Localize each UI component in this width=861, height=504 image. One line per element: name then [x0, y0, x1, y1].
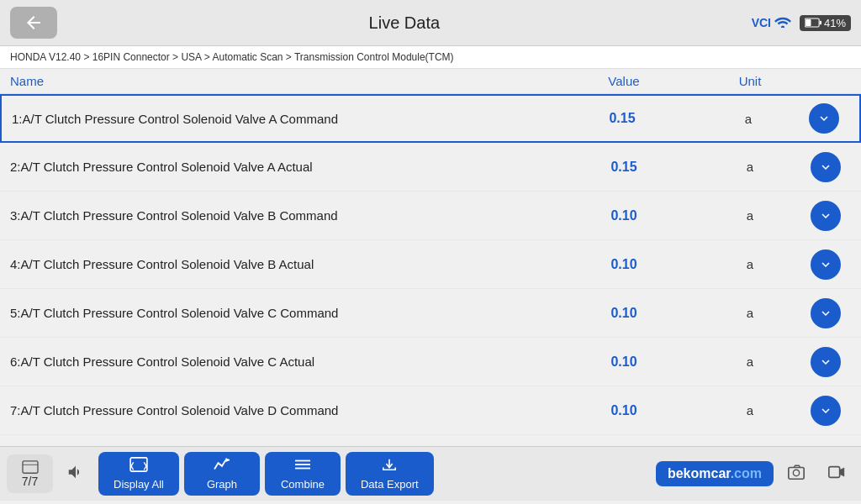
table-row[interactable]: 4:A/T Clutch Pressure Control Solenoid V… — [0, 240, 861, 289]
row-unit: a — [698, 112, 799, 126]
col-unit-header: Unit — [700, 74, 800, 88]
row-value: 0.10 — [548, 208, 700, 223]
row-unit: a — [700, 306, 800, 320]
table-row[interactable]: 3:A/T Clutch Pressure Control Solenoid V… — [0, 192, 861, 240]
battery-indicator: 41% — [800, 15, 851, 31]
combine-button[interactable]: Combine — [265, 452, 341, 496]
table-row[interactable]: 1:A/T Clutch Pressure Control Solenoid V… — [0, 94, 861, 143]
chevron-down-icon[interactable] — [811, 347, 841, 377]
footer-end-icons — [779, 458, 854, 491]
graph-button[interactable]: Graph — [184, 452, 260, 496]
row-name: 4:A/T Clutch Pressure Control Solenoid V… — [10, 257, 548, 271]
vci-status: VCI — [752, 14, 791, 31]
row-unit: a — [700, 208, 800, 223]
chevron-down-icon[interactable] — [811, 201, 841, 231]
brand-suffix: .com — [731, 466, 762, 480]
row-name: 1:A/T Clutch Pressure Control Solenoid V… — [12, 112, 547, 126]
row-action — [800, 298, 851, 328]
combine-icon — [293, 457, 312, 476]
wifi-icon — [774, 14, 791, 31]
row-unit: a — [700, 403, 800, 417]
combine-label: Combine — [281, 478, 325, 491]
row-name: 3:A/T Clutch Pressure Control Solenoid V… — [10, 208, 548, 223]
row-name: 5:A/T Clutch Pressure Control Solenoid V… — [10, 306, 548, 320]
svg-marker-15 — [840, 467, 845, 476]
vci-label: VCI — [752, 16, 771, 29]
svg-rect-2 — [820, 21, 821, 24]
svg-rect-3 — [806, 19, 811, 26]
row-value: 0.15 — [547, 111, 698, 126]
row-unit: a — [700, 160, 800, 174]
svg-point-0 — [781, 25, 784, 28]
table-row[interactable]: 6:A/T Clutch Pressure Control Solenoid V… — [0, 338, 861, 386]
back-button[interactable] — [10, 7, 57, 39]
table-header: Name Value Unit — [0, 69, 861, 94]
data-export-label: Data Export — [361, 478, 419, 491]
svg-rect-14 — [829, 466, 840, 477]
page-count: 7/7 — [22, 475, 38, 488]
table-body: 1:A/T Clutch Pressure Control Solenoid V… — [0, 94, 861, 435]
table-row[interactable]: 5:A/T Clutch Pressure Control Solenoid V… — [0, 289, 861, 338]
row-action — [799, 103, 849, 134]
row-action — [800, 347, 851, 377]
live-data-table: Name Value Unit 1:A/T Clutch Pressure Co… — [0, 69, 861, 446]
row-action — [800, 396, 851, 426]
brand-name: bekomcar — [668, 466, 731, 480]
svg-marker-7 — [225, 458, 230, 462]
screenshot-button[interactable] — [779, 458, 814, 491]
chevron-down-icon[interactable] — [811, 249, 841, 280]
row-value: 0.10 — [548, 403, 700, 418]
chevron-down-icon[interactable] — [809, 103, 839, 134]
data-export-button[interactable]: Data Export — [346, 452, 434, 496]
header-title: Live Data — [369, 13, 441, 33]
row-name: 7:A/T Clutch Pressure Control Solenoid V… — [10, 403, 548, 417]
svg-point-13 — [793, 470, 799, 475]
table-row[interactable]: 2:A/T Clutch Pressure Control Solenoid V… — [0, 143, 861, 192]
display-all-label: Display All — [114, 478, 164, 491]
row-name: 6:A/T Clutch Pressure Control Solenoid V… — [10, 354, 548, 369]
speaker-button[interactable] — [58, 458, 93, 491]
app-header: Live Data VCI 41% — [0, 0, 861, 46]
graph-label: Graph — [207, 478, 237, 491]
row-value: 0.15 — [548, 160, 700, 175]
chevron-down-icon[interactable] — [811, 396, 841, 426]
video-button[interactable] — [819, 458, 854, 491]
brand-badge: bekomcar.com — [656, 461, 774, 486]
row-action — [800, 201, 851, 231]
row-action — [800, 249, 851, 280]
footer-toolbar: 7/7 Display All Graph — [0, 446, 861, 501]
header-right: VCI 41% — [752, 14, 851, 31]
row-name: 2:A/T Clutch Pressure Control Solenoid V… — [10, 160, 548, 174]
graph-icon — [213, 457, 231, 476]
chevron-down-icon[interactable] — [811, 298, 841, 328]
table-row[interactable]: 7:A/T Clutch Pressure Control Solenoid V… — [0, 386, 861, 435]
row-unit: a — [700, 257, 800, 271]
battery-label: 41% — [824, 17, 846, 29]
breadcrumb: HONDA V12.40 > 16PIN Connector > USA > A… — [0, 46, 861, 69]
col-name-header: Name — [10, 74, 548, 88]
page-indicator: 7/7 — [7, 454, 53, 493]
display-all-icon — [129, 457, 148, 476]
chevron-down-icon[interactable] — [811, 152, 841, 182]
col-value-header: Value — [548, 74, 700, 88]
data-export-icon — [380, 457, 399, 476]
row-unit: a — [700, 354, 800, 369]
row-action — [800, 152, 851, 182]
row-value: 0.10 — [548, 306, 700, 321]
row-value: 0.10 — [548, 354, 700, 370]
row-value: 0.10 — [548, 257, 700, 272]
display-all-button[interactable]: Display All — [98, 452, 179, 496]
svg-rect-4 — [23, 461, 38, 473]
